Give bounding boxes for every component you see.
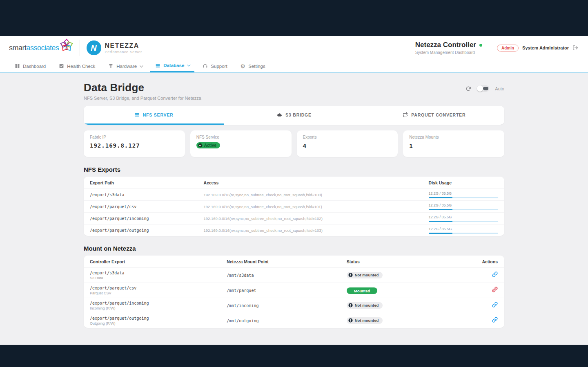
page-title: Data Bridge — [84, 81, 201, 94]
mount-row: /export/parquet/outgoing Outgoing (R/W) … — [84, 313, 504, 328]
nav-item-settings[interactable]: ⚙ Settings — [236, 60, 270, 72]
col-status: Status — [347, 256, 464, 267]
mount-row: /export/parquet/csv Parquet CSV /mnt/par… — [84, 283, 504, 298]
export-path: /export/s3data — [84, 190, 204, 200]
refresh-icon[interactable] — [466, 86, 471, 92]
mount-status-badge: Mounted — [347, 287, 378, 294]
chevron-down-icon — [187, 63, 190, 66]
pinwheel-logo-icon — [59, 38, 74, 53]
mount-row: /export/parquet/incoming Incoming (R/W) … — [84, 298, 504, 313]
mount-status-badge: Not mounted — [347, 272, 383, 278]
nfs-export-row: /export/parquet/csv 192.169.0.0/16(ro,sy… — [84, 200, 504, 212]
mount-on-netezza-heading: Mount on Netezza — [84, 245, 504, 252]
alert-circle-icon — [348, 303, 353, 307]
controller-export-path: /export/parquet/csv — [90, 286, 227, 290]
server-stack-icon — [134, 112, 140, 117]
stat-card-exports: Exports 4 — [297, 130, 398, 157]
data-bridge-tabs: NFS SERVER S3 BRIDGE PARQUET CONVERTER — [84, 106, 504, 125]
database-stack-icon — [155, 63, 160, 68]
mount-row: /export/s3data S3 Data /mnt/s3data Not m… — [84, 267, 504, 283]
col-export-path: Export Path — [84, 177, 204, 188]
admin-role-badge: Admin — [497, 45, 519, 52]
netezza-subtitle: Performance Server — [105, 50, 142, 54]
mount-link-icon[interactable] — [492, 272, 498, 277]
nav-item-dashboard[interactable]: Dashboard — [10, 60, 51, 72]
main-nav: Dashboard Health Check Hardware Database… — [0, 60, 588, 73]
nav-item-health-check[interactable]: Health Check — [54, 60, 100, 72]
stat-card-nfs-service: NFS Service Active — [190, 130, 292, 157]
disk-usage-text: 12.2G / 35.5G — [429, 227, 498, 231]
mount-link-icon[interactable] — [492, 317, 498, 323]
export-description: Outgoing (R/W) — [90, 321, 227, 325]
nav-item-database[interactable]: Database — [150, 60, 194, 72]
logo-associates-text: associates — [27, 44, 59, 52]
netezza-name: NETEZZA — [105, 42, 142, 49]
col-access: Access — [204, 177, 429, 188]
mount-status-badge: Not mounted — [347, 317, 383, 324]
netezza-mount-point: /mnt/outgoing — [227, 316, 347, 325]
stat-label: Fabric IP — [90, 135, 179, 139]
disk-usage-bar — [429, 233, 498, 234]
toggle-track-segment — [483, 87, 488, 90]
disk-usage-text: 12.2G / 35.5G — [429, 215, 498, 219]
page-subtitle: NFS Server, S3 Bridge, and Parquet Conve… — [84, 96, 201, 101]
export-access: 192.169.0.0/16(ro,sync,no_subtree_check,… — [204, 202, 429, 211]
export-access: 192.169.0.0/16(rw,sync,no_subtree_check,… — [204, 214, 429, 223]
check-circle-icon — [198, 143, 203, 148]
nav-item-hardware[interactable]: Hardware — [103, 60, 147, 72]
col-netezza-mount-point: Netezza Mount Point — [227, 256, 347, 267]
mounts-count: 1 — [409, 142, 498, 149]
netezza-mount-point: /mnt/s3data — [227, 271, 347, 280]
online-status-dot — [479, 44, 482, 47]
disk-usage-text: 12.2G / 35.5G — [429, 191, 498, 195]
tab-nfs-server[interactable]: NFS SERVER — [84, 106, 224, 125]
convert-arrows-icon — [403, 112, 408, 117]
controller-export-path: /export/parquet/incoming — [90, 301, 227, 305]
netezza-n-icon: N — [87, 40, 101, 55]
export-path: /export/parquet/outgoing — [84, 226, 204, 235]
nfs-exports-table: Export Path Access Disk Usage /export/s3… — [84, 177, 504, 236]
table-header-row: Controller Export Netezza Mount Point St… — [84, 256, 504, 267]
tab-s3-bridge[interactable]: S3 BRIDGE — [224, 106, 364, 125]
export-access: 192.169.0.0/16(ro,sync,no_subtree_check,… — [204, 190, 429, 200]
health-check-icon — [59, 63, 64, 69]
nav-item-support[interactable]: Support — [198, 60, 232, 72]
tab-parquet-converter[interactable]: PARQUET CONVERTER — [364, 106, 504, 125]
toggle-knob — [477, 85, 483, 92]
disk-usage-bar — [429, 197, 498, 198]
header-divider — [80, 40, 80, 56]
logout-icon[interactable] — [572, 45, 578, 51]
col-actions: Actions — [464, 256, 504, 267]
bottom-letterbox-band — [0, 345, 588, 367]
export-description: Parquet CSV — [90, 291, 227, 295]
disk-usage-bar — [429, 209, 498, 210]
export-description: S3 Data — [90, 276, 227, 280]
stat-card-fabric-ip: Fabric IP 192.169.8.127 — [84, 130, 185, 157]
controller-subtitle: System Management Dashboard — [415, 50, 482, 55]
mount-status-badge: Not mounted — [347, 302, 383, 309]
app-header: smartassociates N NETEZZA Performance Se… — [0, 36, 588, 60]
export-description: Incoming (R/W) — [90, 306, 227, 310]
stat-label: Exports — [303, 135, 392, 139]
netezza-mount-point: /mnt/parquet — [227, 286, 347, 295]
mount-table: Controller Export Netezza Mount Point St… — [84, 256, 504, 328]
controller-title: Netezza Controller — [415, 41, 482, 49]
top-letterbox-band — [0, 0, 588, 36]
user-name: System Administrator — [522, 45, 569, 50]
auto-refresh-toggle[interactable] — [477, 85, 489, 92]
cloud-icon — [276, 112, 282, 118]
stat-label: Netezza Mounts — [409, 135, 498, 139]
mount-link-icon[interactable] — [492, 302, 498, 307]
export-path: /export/parquet/csv — [84, 202, 204, 211]
col-disk-usage: Disk Usage — [429, 177, 504, 188]
controller-export-path: /export/parquet/outgoing — [90, 316, 227, 321]
chevron-down-icon — [140, 64, 143, 67]
logo-smart-text: smart — [9, 44, 27, 52]
exports-count: 4 — [303, 142, 392, 149]
nfs-export-row: /export/parquet/incoming 192.169.0.0/16(… — [84, 212, 504, 224]
auto-label: Auto — [495, 86, 504, 91]
col-controller-export: Controller Export — [84, 256, 227, 267]
stat-label: NFS Service — [196, 135, 285, 139]
stat-card-netezza-mounts: Netezza Mounts 1 — [403, 130, 504, 157]
unmount-link-icon[interactable] — [492, 287, 498, 292]
